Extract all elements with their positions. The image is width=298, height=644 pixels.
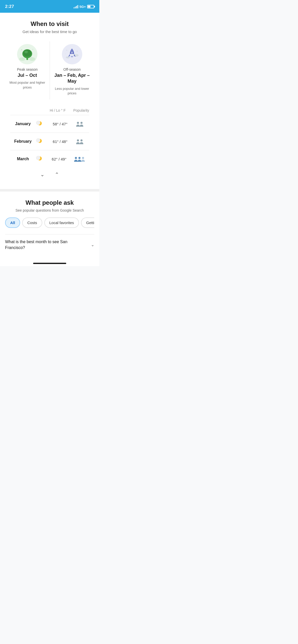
off-season-card: Off-season Jan – Feb, Apr – May Less pop… [50,41,94,99]
svg-point-33 [82,157,84,159]
filter-tab-all[interactable]: All [5,217,20,228]
expand-down-button[interactable]: ⌄ [40,171,45,178]
svg-point-22 [36,121,40,125]
popularity-header: Popularity [73,108,89,112]
off-season-icon [62,44,82,64]
svg-point-5 [19,57,26,61]
filter-tab-local-favorites[interactable]: Local favorites [44,217,79,228]
svg-point-11 [66,50,67,50]
svg-point-18 [66,56,70,58]
temp-february: 61° / 48° [44,139,76,144]
svg-point-12 [77,51,77,51]
status-time: 2:27 [5,4,14,9]
svg-point-30 [36,156,40,160]
popularity-february [76,139,89,144]
home-indicator [0,260,99,266]
weather-table: Hi / Lo ° F Popularity January 58° / 47° [5,107,94,168]
faq-chevron-1: ⌄ [91,242,94,247]
temp-march: 62° / 49° [44,157,74,161]
expand-controls: ⌄ ⌃ [5,168,94,184]
month-march: March [10,157,36,161]
page-content: When to visit Get ideas for the best tim… [0,13,99,260]
status-icons: 5G+ [74,5,94,9]
svg-point-15 [66,54,66,54]
status-bar: 2:27 5G+ [0,0,99,13]
section-divider [0,189,99,192]
filter-tab-getting-around[interactable]: Getting around [81,217,94,228]
svg-point-1 [33,49,33,50]
faq-item-1[interactable]: What is the best month to see San Franci… [5,234,94,255]
weather-icon-march [36,155,42,163]
off-season-label: Off-season [54,67,91,71]
when-title: When to visit [5,20,94,27]
ask-subtitle: See popular questions from Google Search [5,208,94,212]
filter-tab-costs[interactable]: Costs [22,217,42,228]
off-season-months: Jan – Feb, Apr – May [54,72,91,84]
svg-point-10 [24,51,28,53]
svg-point-31 [75,157,77,159]
home-bar [33,263,66,264]
network-type: 5G+ [79,5,86,9]
month-january: January [10,122,36,126]
svg-point-32 [78,157,80,159]
svg-point-26 [36,138,40,142]
signal-icon [74,5,78,8]
svg-point-4 [20,54,21,54]
weather-row-february[interactable]: February 61° / 48° [10,133,89,150]
ask-title: What people ask [5,199,94,206]
popularity-march [74,156,89,162]
svg-point-27 [77,139,79,141]
svg-point-23 [77,122,79,124]
battery-icon [87,5,94,8]
off-season-desc: Less popular and lower prices [54,86,91,96]
expand-up-button[interactable]: ⌃ [55,171,59,178]
svg-point-28 [80,139,83,141]
weather-icon-january [36,120,42,128]
filter-tabs: All Costs Local favorites Getting around [5,217,94,229]
weather-row-january[interactable]: January 58° / 47° [10,115,89,133]
weather-table-header: Hi / Lo ° F Popularity [10,107,89,115]
month-february: February [10,139,36,144]
svg-point-20 [71,52,73,53]
when-to-visit-section: When to visit Get ideas for the best tim… [0,13,99,189]
weather-icon-february [36,137,42,145]
svg-point-24 [80,122,83,124]
svg-point-14 [76,58,76,58]
peak-season-card: Peak season Jul – Oct Most popular and h… [5,41,50,99]
peak-season-label: Peak season [9,67,46,71]
peak-season-months: Jul – Oct [9,72,46,78]
hi-lo-header: Hi / Lo ° F [50,108,65,112]
peak-season-icon [17,44,37,64]
svg-point-9 [23,50,32,57]
popularity-january [76,121,89,127]
weather-row-march[interactable]: March 62° / 49° [10,150,89,168]
svg-point-17 [73,54,77,56]
faq-question-1: What is the best month to see San Franci… [5,239,91,251]
svg-point-0 [21,49,22,50]
temp-january: 58° / 47° [44,122,76,126]
what-people-ask-section: What people ask See popular questions fr… [0,192,99,260]
season-cards: Peak season Jul – Oct Most popular and h… [5,41,94,99]
peak-season-desc: Most popular and higher prices [9,80,46,90]
when-subtitle: Get ideas for the best time to go [5,30,94,34]
svg-point-6 [29,57,35,61]
